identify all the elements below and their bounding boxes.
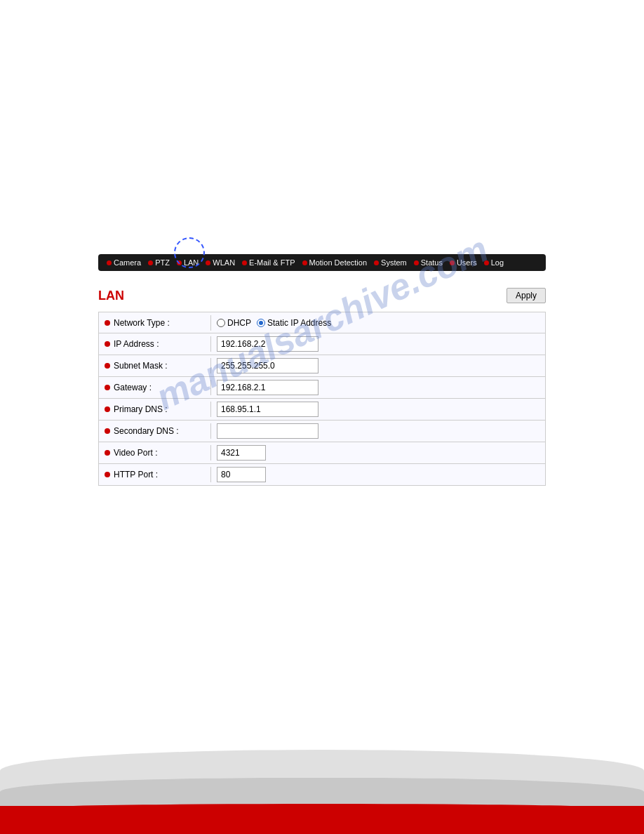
nav-dot-ptz [148,260,153,265]
nav-dot-status [414,260,419,265]
nav-item-camera[interactable]: Camera [104,258,144,267]
secondary-dns-input[interactable] [217,423,318,439]
dhcp-radio-item[interactable]: DHCP [217,318,251,328]
nav-label-camera: Camera [114,258,141,267]
secondary-dns-dot [105,428,110,434]
subnet-mask-row: Subnet Mask : [99,355,545,377]
nav-label-users: Users [457,258,477,267]
nav-label-wlan: WLAN [213,258,235,267]
primary-dns-label: Primary DNS : [99,402,211,417]
network-type-row: Network Type : DHCP Static IP Address [99,312,545,333]
dhcp-label: DHCP [227,318,251,328]
ip-address-row: IP Address : [99,333,545,355]
nav-label-ptz: PTZ [155,258,170,267]
video-port-row: Video Port : [99,442,545,464]
dhcp-radio-circle[interactable] [217,319,225,327]
nav-item-users[interactable]: Users [447,258,480,267]
network-type-value: DHCP Static IP Address [211,315,545,331]
network-type-label: Network Type : [99,315,211,331]
primary-dns-row: Primary DNS : [99,399,545,421]
subnet-mask-input[interactable] [217,358,318,373]
navigation-bar: Camera PTZ LAN WLAN E-Mail & FTP Motion … [98,254,546,271]
ip-address-dot [105,341,110,347]
network-type-dot [105,320,110,326]
nav-dot-log [484,260,489,265]
lan-header: LAN Apply [98,288,546,303]
nav-label-system: System [381,258,407,267]
video-port-input[interactable] [217,445,266,461]
video-port-value-cell [211,442,545,463]
nav-dot-users [450,260,455,265]
subnet-mask-value-cell [211,355,545,376]
primary-dns-dot [105,406,110,412]
lan-title: LAN [98,289,124,303]
http-port-label: HTTP Port : [99,467,211,482]
nav-item-wlan[interactable]: WLAN [203,258,238,267]
gateway-row: Gateway : [99,377,545,399]
secondary-dns-label: Secondary DNS : [99,423,211,439]
nav-label-log: Log [491,258,504,267]
static-radio-circle[interactable] [257,319,265,327]
http-port-dot [105,472,110,477]
ip-address-value-cell [211,333,545,355]
lan-form: Network Type : DHCP Static IP Address [98,312,546,486]
static-radio-item[interactable]: Static IP Address [257,318,331,328]
secondary-dns-row: Secondary DNS : [99,421,545,442]
nav-label-email-ftp: E-Mail & FTP [249,258,295,267]
subnet-mask-label: Subnet Mask : [99,358,211,373]
video-port-label: Video Port : [99,445,211,461]
red-bar [0,806,644,834]
bottom-decoration [0,750,644,834]
video-port-dot [105,450,110,456]
static-label: Static IP Address [267,318,331,328]
nav-item-system[interactable]: System [371,258,410,267]
nav-dot-camera [107,260,112,265]
http-port-input[interactable] [217,467,266,482]
nav-dot-wlan [206,260,210,265]
nav-item-log[interactable]: Log [481,258,507,267]
nav-item-motion-detection[interactable]: Motion Detection [300,258,370,267]
gateway-input[interactable] [217,380,318,395]
main-content: LAN Apply Network Type : DHCP Static IP … [98,288,546,486]
nav-label-motion-detection: Motion Detection [309,258,368,267]
apply-button[interactable]: Apply [507,288,546,303]
ip-address-input[interactable] [217,336,318,352]
primary-dns-input[interactable] [217,402,318,417]
nav-item-ptz[interactable]: PTZ [145,258,173,267]
http-port-value-cell [211,464,545,485]
cursor-indicator [174,237,205,268]
network-type-radio-group: DHCP Static IP Address [217,318,331,328]
nav-dot-motion-detection [302,260,307,265]
nav-item-status[interactable]: Status [411,258,445,267]
subnet-mask-dot [105,363,110,369]
gateway-label: Gateway : [99,380,211,395]
nav-dot-email-ftp [242,260,247,265]
nav-dot-system [374,260,379,265]
http-port-row: HTTP Port : [99,464,545,485]
nav-label-status: Status [421,258,443,267]
nav-item-email-ftp[interactable]: E-Mail & FTP [239,258,297,267]
ip-address-label: IP Address : [99,336,211,352]
primary-dns-value-cell [211,399,545,420]
gateway-dot [105,385,110,390]
secondary-dns-value-cell [211,421,545,442]
gateway-value-cell [211,377,545,398]
